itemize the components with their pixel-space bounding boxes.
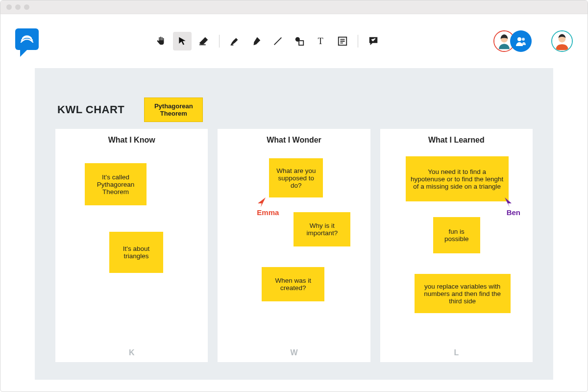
tool-highlighter[interactable]	[247, 32, 266, 50]
column-title: What I Know	[55, 136, 208, 145]
svg-text:T: T	[318, 36, 323, 46]
svg-rect-3	[299, 41, 303, 45]
toolbar-separator	[219, 35, 220, 48]
window-titlebar	[0, 0, 588, 14]
cursor-icon	[177, 36, 187, 46]
cursor-pointer-icon	[504, 196, 513, 207]
tool-shape[interactable]	[290, 32, 309, 50]
column-letter: W	[218, 348, 370, 357]
tool-line[interactable]	[269, 32, 287, 50]
column-wonder: What I Wonder What are you supposed to d…	[218, 129, 370, 362]
window-close-dot[interactable]	[6, 4, 12, 10]
window-min-dot[interactable]	[15, 4, 21, 10]
tool-sticky-note[interactable]	[333, 32, 352, 50]
tool-text[interactable]: T	[312, 32, 330, 50]
app-topbar: T	[0, 14, 588, 68]
app-logo[interactable]	[15, 28, 41, 54]
chart-title: KWL CHART	[57, 103, 124, 116]
shape-icon	[294, 36, 305, 47]
svg-point-12	[522, 38, 525, 41]
people-icon	[515, 35, 527, 47]
cursor-label: Emma	[257, 208, 279, 217]
column-title: What I Wonder	[218, 136, 370, 145]
sticky-note[interactable]: What are you supposed to do?	[269, 158, 323, 197]
note-icon	[337, 36, 348, 47]
avatar-group	[493, 30, 532, 52]
svg-rect-0	[199, 44, 206, 45]
toolbar-separator	[358, 35, 358, 48]
kwl-columns: What I Know It's called Pythagorean Theo…	[55, 129, 533, 362]
share-button[interactable]	[510, 30, 532, 52]
window-max-dot[interactable]	[24, 4, 29, 10]
logo-swirl-icon	[20, 33, 34, 45]
pen-icon	[229, 36, 240, 47]
cursor-pointer-icon	[257, 196, 267, 207]
eraser-icon	[198, 36, 209, 47]
tool-hand[interactable]	[151, 32, 170, 50]
sticky-note[interactable]: fun is possible	[433, 217, 480, 253]
chart-topic-sticky[interactable]: Pythagorean Theorem	[144, 98, 203, 122]
sticky-note[interactable]: Why is it important?	[294, 212, 350, 246]
whiteboard-canvas[interactable]: KWL CHART Pythagorean Theorem What I Kno…	[35, 68, 553, 380]
sticky-note[interactable]: You need it to find a hypotenuse or to f…	[406, 156, 509, 201]
line-icon	[272, 36, 283, 47]
tool-select[interactable]	[173, 32, 192, 50]
avatar-current-user[interactable]	[551, 30, 573, 52]
sticky-note[interactable]: you replace variables with numbers and t…	[415, 274, 511, 313]
collaborator-cursor-ben: Ben	[504, 196, 520, 217]
highlighter-icon	[251, 36, 262, 47]
tool-comment[interactable]	[364, 32, 383, 50]
column-title: What I Learned	[380, 136, 533, 145]
app-window: T	[0, 0, 588, 392]
collaborator-cursor-emma: Emma	[257, 196, 279, 217]
comment-icon	[368, 36, 379, 47]
presence-avatars	[493, 30, 573, 52]
chart-header: KWL CHART Pythagorean Theorem	[55, 98, 533, 122]
svg-line-1	[274, 38, 282, 45]
column-know: What I Know It's called Pythagorean Theo…	[55, 129, 208, 362]
column-letter: K	[55, 348, 208, 357]
sticky-note[interactable]: When was it created?	[262, 267, 324, 301]
cursor-label: Ben	[507, 208, 520, 217]
person-avatar-icon	[552, 30, 572, 52]
sticky-note[interactable]: It's called Pythagorean Theorem	[85, 163, 147, 205]
hand-icon	[155, 36, 166, 47]
column-learned: What I Learned You need it to find a hyp…	[380, 129, 533, 362]
toolbar: T	[50, 32, 484, 50]
svg-point-11	[517, 37, 521, 41]
canvas-area: KWL CHART Pythagorean Theorem What I Kno…	[0, 68, 588, 392]
tool-pen[interactable]	[225, 32, 244, 50]
tool-eraser[interactable]	[195, 32, 213, 50]
column-letter: L	[380, 348, 533, 357]
sticky-note[interactable]: It's about triangles	[109, 232, 163, 273]
text-icon: T	[316, 36, 326, 47]
